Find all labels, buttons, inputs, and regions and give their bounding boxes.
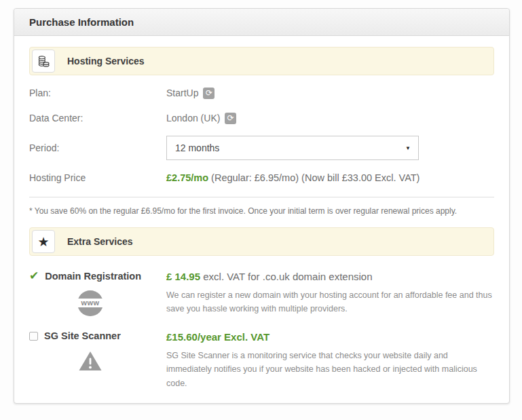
checked-checkmark-icon[interactable]: ✔	[29, 270, 39, 282]
plan-value: StartUp ⟳	[166, 88, 215, 99]
sg-site-scanner-left: SG Site Scanner	[29, 330, 166, 390]
domain-description: We can register a new domain with your h…	[166, 288, 494, 316]
domain-registration-left: ✔ Domain Registration www	[29, 270, 166, 316]
period-label: Period:	[29, 142, 166, 153]
sg-site-scanner-service: SG Site Scanner £15.60/year Excl. VAT SG…	[29, 330, 494, 390]
star-icon: ★	[32, 230, 55, 253]
savings-footnote: * You save 60% on the regular £6.95/mo f…	[29, 206, 494, 216]
period-selected-option: 12 months	[175, 142, 219, 153]
chevron-down-icon: ▼	[405, 145, 411, 151]
hosting-price-label: Hosting Price	[29, 172, 166, 183]
scanner-price: £15.60/year Excl. VAT	[166, 331, 269, 343]
change-plan-refresh-icon[interactable]: ⟳	[203, 88, 215, 99]
domain-registration-title-row: ✔ Domain Registration	[29, 270, 166, 282]
period-select[interactable]: 12 months ▼	[166, 136, 419, 160]
extra-services-title: Extra Services	[67, 236, 133, 247]
hosting-services-section-header: Hosting Services	[29, 47, 494, 75]
data-center-label: Data Center:	[29, 113, 166, 123]
sg-site-scanner-details: £15.60/year Excl. VAT SG Site Scanner is…	[166, 330, 494, 390]
sg-site-scanner-name: SG Site Scanner	[44, 330, 121, 341]
regular-price-note: (Regular: £6.95/mo) (Now bill £33.00 Exc…	[211, 172, 420, 183]
data-center-row: Data Center: London (UK) ⟳	[29, 111, 494, 126]
promo-price: £2.75/mo	[166, 172, 208, 183]
sg-site-scanner-title-row: SG Site Scanner	[29, 330, 166, 341]
data-center-value-text: London (UK)	[166, 113, 220, 123]
hosting-price-value: £2.75/mo (Regular: £6.95/mo) (Now bill £…	[166, 172, 420, 183]
warning-triangle-icon	[78, 350, 102, 372]
coins-icon	[32, 50, 55, 73]
domain-price-suffix: excl. VAT for .co.uk domain extension	[203, 271, 372, 282]
extra-services-section-header: ★ Extra Services	[29, 227, 494, 256]
domain-icon-wrap: www	[29, 290, 151, 316]
domain-registration-details: £ 14.95 excl. VAT for .co.uk domain exte…	[166, 270, 494, 316]
scanner-description: SG Site Scanner is a monitoring service …	[166, 349, 494, 390]
plan-row: Plan: StartUp ⟳	[29, 85, 494, 100]
card-title: Purchase Information	[14, 9, 509, 36]
plan-label: Plan:	[29, 88, 166, 98]
scanner-icon-wrap	[29, 350, 151, 372]
domain-registration-service: ✔ Domain Registration www £ 14.95 excl. …	[29, 270, 494, 316]
data-center-value: London (UK) ⟳	[166, 113, 236, 124]
domain-price-line: £ 14.95 excl. VAT for .co.uk domain exte…	[166, 271, 494, 282]
change-data-center-refresh-icon[interactable]: ⟳	[225, 113, 236, 124]
scanner-price-line: £15.60/year Excl. VAT	[166, 331, 494, 343]
card-body: Hosting Services Plan: StartUp ⟳ Data Ce…	[14, 36, 509, 402]
period-row: Period: 12 months ▼	[29, 136, 494, 160]
sg-site-scanner-checkbox[interactable]	[29, 332, 38, 341]
hosting-price-row: Hosting Price £2.75/mo (Regular: £6.95/m…	[29, 170, 494, 185]
domain-price: £ 14.95	[166, 271, 200, 282]
plan-value-text: StartUp	[166, 88, 198, 98]
purchase-information-card: Purchase Information Hosting Services Pl…	[14, 8, 510, 404]
www-globe-icon: www	[77, 290, 103, 316]
domain-registration-name: Domain Registration	[45, 271, 141, 282]
divider	[29, 197, 494, 197]
hosting-services-title: Hosting Services	[67, 56, 145, 66]
